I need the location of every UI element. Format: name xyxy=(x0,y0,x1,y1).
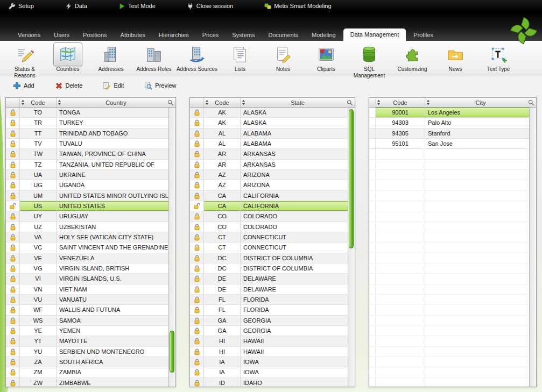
table-row[interactable]: ALALABAMA xyxy=(190,139,348,149)
table-row[interactable]: WFWALLIS AND FUTUNA xyxy=(6,305,168,315)
table-row[interactable]: CTCONNECTICUT xyxy=(190,243,348,253)
lock-closed-icon[interactable] xyxy=(6,232,20,242)
tab-prices[interactable]: Prices xyxy=(196,30,225,41)
table-row[interactable]: VIVIRGIN ISLANDS, U.S. xyxy=(6,274,168,284)
table-row[interactable]: ZWZIMBABWE xyxy=(6,378,168,387)
table-row[interactable]: CACALIFORNIA xyxy=(190,201,348,211)
lock-closed-icon[interactable] xyxy=(190,180,204,190)
ribbon-item-notes[interactable]: Notes xyxy=(262,42,305,73)
column-header-code[interactable]: Code xyxy=(376,98,425,107)
table-row[interactable]: AKALASKA xyxy=(190,108,348,118)
table-row[interactable]: GAGEORGIA xyxy=(190,316,348,326)
tab-data-management[interactable]: Data Management xyxy=(343,28,406,41)
search-icon[interactable] xyxy=(167,99,174,106)
table-row[interactable]: TVTUVALU xyxy=(6,139,168,149)
lock-closed-icon[interactable] xyxy=(6,170,20,180)
lock-closed-icon[interactable] xyxy=(6,253,20,263)
table-row[interactable]: ALALABAMA xyxy=(190,129,348,139)
tab-systems[interactable]: Systems xyxy=(226,30,261,41)
sort-icon[interactable] xyxy=(242,99,245,105)
table-row[interactable]: VCSAINT VINCENT AND THE GRENADINES xyxy=(6,243,168,253)
table-row[interactable]: IAIOWA xyxy=(190,367,348,377)
lock-closed-icon[interactable] xyxy=(190,160,204,169)
scrollbar[interactable] xyxy=(168,108,175,387)
lock-closed-icon[interactable] xyxy=(6,305,20,315)
ribbon-item-lists[interactable]: Lists xyxy=(219,42,262,73)
ribbon-item-status-reasons[interactable]: Status & Reasons xyxy=(3,42,46,79)
tab-positions[interactable]: Positions xyxy=(77,30,113,41)
tab-modeling[interactable]: Modeling xyxy=(306,30,342,41)
ribbon-item-address-sources[interactable]: Address Sources xyxy=(175,42,219,73)
lock-closed-icon[interactable] xyxy=(6,378,20,387)
sort-icon[interactable] xyxy=(377,99,381,105)
table-row[interactable]: YEYEMEN xyxy=(6,326,168,336)
table-row[interactable]: AKALASKA xyxy=(190,118,348,128)
table-row[interactable]: 94303Palo Alto xyxy=(369,118,529,128)
add-button[interactable]: Add xyxy=(13,82,34,90)
tab-attributes[interactable]: Attributes xyxy=(115,30,151,41)
lock-closed-icon[interactable] xyxy=(6,118,20,127)
table-row[interactable]: TZTANZANIA, UNITED REPUBLIC OF xyxy=(6,160,168,170)
lock-closed-icon[interactable] xyxy=(190,211,204,221)
ribbon-item-news[interactable]: News xyxy=(434,42,477,73)
column-header-code[interactable]: Code xyxy=(204,98,241,107)
lock-closed-icon[interactable] xyxy=(190,336,204,346)
lock-closed-icon[interactable] xyxy=(6,211,20,221)
table-row[interactable]: IDIDAHO xyxy=(190,378,348,387)
lock-closed-icon[interactable] xyxy=(6,367,20,377)
table-row[interactable]: DCDISTRICT OF COLUMBIA xyxy=(190,253,348,263)
table-row[interactable]: ZASOUTH AFRICA xyxy=(6,357,168,367)
lock-closed-icon[interactable] xyxy=(190,316,204,325)
ribbon-item-addresses[interactable]: Addresses xyxy=(89,42,132,73)
lock-closed-icon[interactable] xyxy=(6,295,20,304)
scrollbar[interactable] xyxy=(529,108,536,387)
table-row[interactable]: COCOLORADO xyxy=(190,211,348,222)
tab-hierarchies[interactable]: Hierarchies xyxy=(153,30,195,41)
tab-users[interactable]: Users xyxy=(48,30,75,41)
table-row[interactable]: HIHAWAII xyxy=(190,336,348,346)
lock-closed-icon[interactable] xyxy=(190,232,204,242)
table-row[interactable]: WSSAMOA xyxy=(6,316,168,326)
lock-closed-icon[interactable] xyxy=(6,222,20,232)
scrollbar[interactable] xyxy=(348,108,355,387)
column-header-city[interactable]: City xyxy=(425,98,536,107)
table-row[interactable]: AZARIZONA xyxy=(190,170,348,180)
sort-icon[interactable] xyxy=(58,99,61,105)
table-row[interactable]: FLFLORIDA xyxy=(190,305,348,315)
lock-closed-icon[interactable] xyxy=(190,222,204,232)
lock-open-icon[interactable] xyxy=(6,201,20,211)
lock-closed-icon[interactable] xyxy=(6,129,20,138)
lock-closed-icon[interactable] xyxy=(190,129,204,138)
table-row[interactable]: DCDISTRICT OF COLUMBIA xyxy=(190,263,348,274)
lock-closed-icon[interactable] xyxy=(190,274,204,283)
ribbon-item-sql-management[interactable]: SQL Management xyxy=(348,42,391,79)
lock-closed-icon[interactable] xyxy=(6,160,20,169)
lock-closed-icon[interactable] xyxy=(190,149,204,159)
tab-versions[interactable]: Versions xyxy=(12,30,46,41)
lock-closed-icon[interactable] xyxy=(6,357,20,367)
lock-closed-icon[interactable] xyxy=(190,378,204,387)
lock-closed-icon[interactable] xyxy=(190,367,204,377)
lock-closed-icon[interactable] xyxy=(6,191,20,201)
search-icon[interactable] xyxy=(528,99,534,106)
lock-closed-icon[interactable] xyxy=(6,108,20,117)
table-row[interactable]: UYURUGUAY xyxy=(6,211,168,222)
tab-profiles[interactable]: Profiles xyxy=(407,30,439,41)
lock-closed-icon[interactable] xyxy=(6,263,20,273)
table-row[interactable]: VUVANUATU xyxy=(6,295,168,305)
table-row[interactable]: IAIOWA xyxy=(190,357,348,367)
table-row[interactable]: VGVIRGIN ISLAND, BRITISH xyxy=(6,263,168,274)
table-row[interactable]: DEDELAWARE xyxy=(190,274,348,284)
table-row[interactable]: ZMZAMBIA xyxy=(6,367,168,377)
table-row[interactable]: CTCONNECTICUT xyxy=(190,232,348,243)
table-row[interactable]: VEVENEZUELA xyxy=(6,253,168,263)
table-row[interactable]: UMUNITED STATES MINOR OUTLYING ISL... xyxy=(6,191,168,201)
ribbon-item-cliparts[interactable]: Cliparts xyxy=(305,42,348,73)
lock-closed-icon[interactable] xyxy=(190,108,204,117)
delete-button[interactable]: Delete xyxy=(55,82,83,90)
table-row[interactable]: TRTURKEY xyxy=(6,118,168,128)
lock-closed-icon[interactable] xyxy=(190,139,204,148)
lock-closed-icon[interactable] xyxy=(190,170,204,180)
table-row[interactable]: DEDELAWARE xyxy=(190,284,348,295)
lock-closed-icon[interactable] xyxy=(190,326,204,336)
